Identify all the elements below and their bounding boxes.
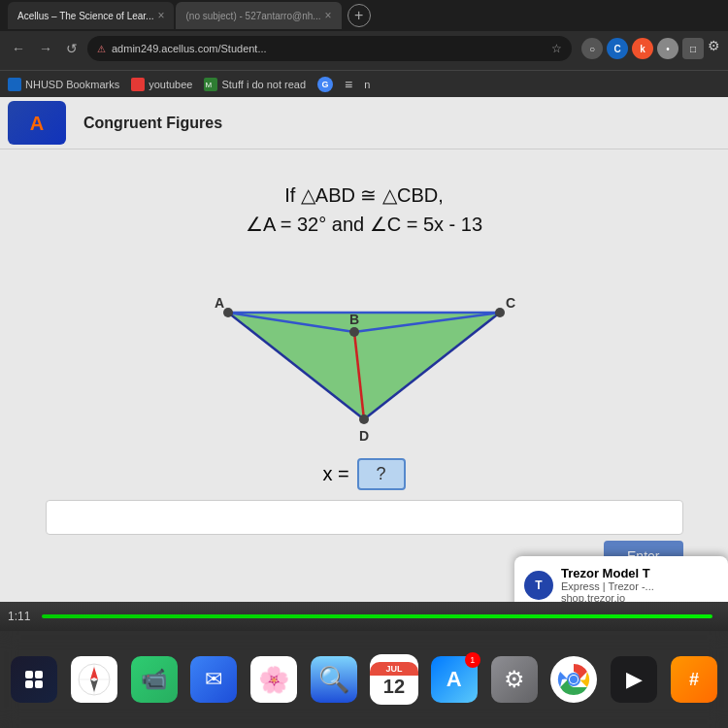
nav-bar: ← → ↺ ⚠ admin249.acellus.com/Student... …	[0, 31, 728, 66]
answer-placeholder: ?	[377, 464, 386, 483]
photos-icon: 🌸	[250, 656, 297, 703]
svg-point-8	[223, 308, 233, 317]
bookmark-nhusd[interactable]: NHUSD Bookmarks	[8, 78, 119, 91]
star-icon[interactable]: ☆	[551, 42, 562, 55]
notification-subtitle: Express | Trezor -...	[561, 580, 654, 592]
bookmark-nhusd-icon	[8, 78, 21, 91]
bookmark-nhusd-label: NHUSD Bookmarks	[25, 79, 119, 90]
back-button[interactable]: ←	[8, 39, 29, 58]
address-text: admin249.acellus.com/Student...	[112, 43, 267, 54]
notification-title: Trezor Model T	[561, 566, 654, 580]
dock-photos[interactable]: 🌸	[249, 654, 298, 705]
svg-point-10	[495, 308, 505, 317]
browser-chrome: Acellus – The Science of Lear... × (no s…	[0, 0, 728, 70]
label-b: B	[349, 312, 359, 327]
ext-icon-k[interactable]: k	[632, 38, 653, 59]
browser-actions: ○ C k • □ ⚙	[581, 38, 720, 59]
ext-icon-dot[interactable]: •	[657, 38, 678, 59]
facetime-icon: 📹	[131, 656, 178, 703]
taskbar: 1:11	[0, 602, 728, 728]
refresh-button[interactable]: ↺	[62, 39, 82, 58]
svg-point-11	[359, 414, 369, 424]
ext-icon-c[interactable]: C	[607, 38, 628, 59]
progress-bar	[42, 614, 712, 618]
launchpad-icon	[11, 656, 57, 703]
safari-icon	[71, 656, 117, 703]
svg-point-9	[349, 327, 359, 337]
triangle-svg: A B C D	[199, 254, 529, 448]
label-a: A	[215, 295, 224, 311]
problem-text: If △ABD ≅ △CBD, ∠A = 32° and ∠C = 5x - 1…	[246, 181, 482, 239]
notification-app-icon: T	[524, 571, 553, 600]
dock-launchpad[interactable]	[10, 654, 58, 705]
bookmark-menu[interactable]: ≡	[345, 77, 352, 92]
not-secure-icon: ⚠	[97, 44, 106, 54]
acellus-a-letter: A	[30, 114, 44, 133]
dock-appletv[interactable]: ▶	[610, 654, 658, 705]
extensions-icon[interactable]: ⚙	[708, 38, 720, 59]
tab-mail-close-icon[interactable]: ×	[325, 9, 332, 22]
problem-area: If △ABD ≅ △CBD, ∠A = 32° and ∠C = 5x - 1…	[0, 149, 728, 603]
finder-icon: 🔍	[311, 656, 357, 703]
dock-calendar[interactable]: JUL 12	[370, 654, 418, 705]
time-display: 1:11	[8, 610, 30, 623]
bookmark-n-label: n	[364, 79, 370, 90]
acellus-header: A Congruent Figures	[0, 97, 728, 149]
page-title: Congruent Figures	[83, 115, 222, 131]
answer-box: ?	[357, 458, 406, 490]
dock-safari[interactable]	[70, 654, 118, 705]
mail-icon: ✉	[190, 656, 237, 703]
svg-point-20	[570, 676, 578, 683]
date-day: 12	[383, 676, 405, 698]
bookmark-youtube-label: youtubee	[149, 79, 192, 90]
appletv-icon: ▶	[611, 656, 657, 703]
dock-appstore[interactable]: A 1	[430, 654, 479, 705]
bookmark-stuff-label: Stuff i do not read	[221, 79, 306, 90]
answer-input[interactable]	[46, 500, 683, 535]
dock-finder[interactable]: 🔍	[310, 654, 358, 705]
appstore-badge: 1	[465, 652, 480, 668]
bookmark-g-icon: G	[317, 77, 333, 92]
bookmark-stuff-icon: M	[204, 78, 217, 91]
problem-line1: If △ABD ≅ △CBD,	[246, 181, 482, 210]
tab-acellus[interactable]: Acellus – The Science of Lear... ×	[8, 2, 174, 29]
ext-icon-sq[interactable]: □	[682, 38, 704, 59]
date-month: JUL	[370, 662, 418, 676]
tab-acellus-label: Acellus – The Science of Lear...	[17, 11, 153, 21]
label-d: D	[359, 428, 369, 444]
address-bar[interactable]: ⚠ admin249.acellus.com/Student... ☆	[87, 36, 572, 61]
dock-mail[interactable]: ✉	[190, 654, 239, 705]
equation-label: x =	[322, 463, 348, 485]
dock-calculator[interactable]: #	[670, 654, 718, 705]
triangle-container: A B C D	[199, 254, 529, 448]
ext-icon-o[interactable]: ○	[581, 38, 603, 59]
chrome-icon	[550, 656, 597, 703]
bookmark-g[interactable]: G	[317, 77, 333, 92]
bookmark-youtube[interactable]: youtubee	[131, 78, 192, 91]
bookmark-menu-label: ≡	[345, 77, 352, 92]
label-c: C	[506, 295, 515, 311]
dock: 📹 ✉ 🌸 🔍 JUL 12 A	[0, 631, 728, 728]
tab-close-icon[interactable]: ×	[157, 9, 164, 22]
forward-button[interactable]: →	[35, 39, 56, 58]
problem-line2: ∠A = 32° and ∠C = 5x - 13	[246, 210, 482, 239]
notification-header: T Trezor Model T Express | Trezor -... s…	[524, 566, 718, 604]
answer-area: x = ?	[322, 458, 405, 490]
acellus-logo: A	[8, 101, 66, 145]
new-tab-button[interactable]: +	[347, 4, 371, 27]
taskbar-top: 1:11	[0, 602, 728, 631]
tab-mail-label: (no subject) - 527antarro@nh...	[185, 11, 320, 21]
settings-icon: ⚙	[491, 656, 538, 703]
dock-facetime[interactable]: 📹	[130, 654, 179, 705]
tab-bar: Acellus – The Science of Lear... × (no s…	[0, 0, 728, 31]
dock-settings[interactable]: ⚙	[490, 654, 539, 705]
dock-chrome[interactable]	[549, 654, 598, 705]
main-content: A Congruent Figures If △ABD ≅ △CBD, ∠A =…	[0, 97, 728, 629]
bookmarks-bar: NHUSD Bookmarks youtubee M Stuff i do no…	[0, 70, 728, 97]
tab-mail[interactable]: (no subject) - 527antarro@nh... ×	[176, 2, 341, 29]
bookmark-stuff[interactable]: M Stuff i do not read	[204, 78, 306, 91]
bookmark-youtube-icon	[131, 78, 145, 91]
calculator-icon: #	[671, 656, 717, 703]
bookmark-n[interactable]: n	[364, 79, 370, 90]
